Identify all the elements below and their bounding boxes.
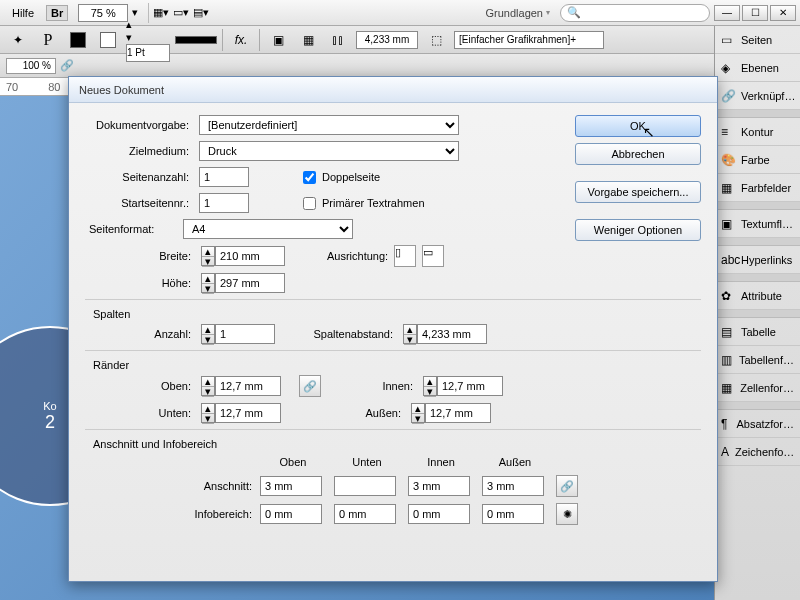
panel-icon: A [721, 445, 729, 459]
bleed-top-input[interactable] [260, 476, 322, 496]
link-icon[interactable]: 🔗 [60, 59, 74, 72]
slug-outside-input[interactable] [482, 504, 544, 524]
arrange-icon[interactable]: ▤▾ [193, 6, 209, 19]
panel-ebenen[interactable]: ◈Ebenen [715, 54, 800, 82]
measure-input[interactable] [356, 31, 418, 49]
start-page-input[interactable] [199, 193, 249, 213]
label-bleed: Anschnitt: [183, 473, 255, 499]
margin-inside-input[interactable] [437, 376, 503, 396]
dialog-titlebar[interactable]: Neues Dokument [69, 77, 717, 103]
preset-dropdown[interactable]: [Benutzerdefiniert] [199, 115, 459, 135]
panel-farbe[interactable]: 🎨Farbe [715, 146, 800, 174]
primary-frame-checkbox[interactable] [303, 197, 316, 210]
search-input[interactable]: 🔍 [560, 4, 710, 22]
slug-inside-input[interactable] [408, 504, 470, 524]
slug-bottom-input[interactable] [334, 504, 396, 524]
panel-zeichenfo[interactable]: AZeichenfo… [715, 438, 800, 466]
panel-icon: abc [721, 253, 735, 267]
section-columns: Spalten [93, 308, 701, 320]
fewer-options-button[interactable]: Weniger Optionen [575, 219, 701, 241]
tool-text-icon[interactable]: P [36, 29, 60, 51]
frame-style-dropdown[interactable] [454, 31, 604, 49]
bleed-outside-input[interactable] [482, 476, 544, 496]
close-button[interactable]: ✕ [770, 5, 796, 21]
label-outside: Außen: [345, 407, 405, 419]
maximize-button[interactable]: ☐ [742, 5, 768, 21]
margin-bottom-input[interactable] [215, 403, 281, 423]
intent-dropdown[interactable]: Druck [199, 141, 459, 161]
fx-icon[interactable]: fx. [229, 29, 253, 51]
link-slug-button[interactable]: ✺ [556, 503, 578, 525]
cols-icon[interactable]: ⫿⫿ [326, 29, 350, 51]
workspace-dropdown[interactable]: Grundlagen▾ [480, 7, 557, 19]
bridge-button[interactable]: Br [46, 5, 68, 21]
menu-help[interactable]: Hilfe [4, 4, 42, 22]
cancel-button[interactable]: Abbrechen [575, 143, 701, 165]
panel-hyperlinks[interactable]: abcHyperlinks [715, 246, 800, 274]
wrap-icon[interactable]: ▣ [266, 29, 290, 51]
label-primary: Primärer Textrahmen [322, 197, 425, 209]
panel-textumfl[interactable]: ▣Textumfl… [715, 210, 800, 238]
panel-tabelle[interactable]: ▤Tabelle [715, 318, 800, 346]
minimize-button[interactable]: — [714, 5, 740, 21]
section-margins: Ränder [93, 359, 701, 371]
panel-seiten[interactable]: ▭Seiten [715, 26, 800, 54]
panel-icon: ▦ [721, 181, 735, 195]
landscape-button[interactable]: ▭ [422, 245, 444, 267]
panel-icon: ▥ [721, 353, 733, 367]
slug-top-input[interactable] [260, 504, 322, 524]
wrap2-icon[interactable]: ▦ [296, 29, 320, 51]
new-document-dialog: Neues Dokument OK↖ Abbrechen Vorgabe spe… [68, 76, 718, 582]
panel-dock: ▭Seiten◈Ebenen🔗Verknüpf…≡Kontur🎨Farbe▦Fa… [714, 26, 800, 600]
label-facing: Doppelseite [322, 171, 380, 183]
label-slug: Infobereich: [183, 501, 255, 527]
tool-icon[interactable]: ✦ [6, 29, 30, 51]
gutter-input[interactable] [417, 324, 487, 344]
margin-outside-input[interactable] [425, 403, 491, 423]
panel-absatzfor[interactable]: ¶Absatzfor… [715, 410, 800, 438]
portrait-button[interactable]: ▯ [394, 245, 416, 267]
panel-attribute[interactable]: ✿Attribute [715, 282, 800, 310]
stroke-weight-input[interactable] [126, 44, 170, 62]
stroke-swatch[interactable] [100, 32, 116, 48]
section-bleed: Anschnitt und Infobereich [93, 438, 701, 450]
panel-icon: ▭ [721, 33, 735, 47]
label-format: Seitenformat: [85, 223, 177, 235]
percent-input[interactable]: 100 % [6, 58, 56, 74]
panel-icon: ✿ [721, 289, 735, 303]
bleed-bottom-input[interactable] [334, 476, 396, 496]
secondary-toolbar: 100 % 🔗 ⚠ [0, 54, 800, 78]
link-bleed-button[interactable]: 🔗 [556, 475, 578, 497]
panel-icon: ▣ [721, 217, 735, 231]
panel-zellenfor[interactable]: ▦Zellenfor… [715, 374, 800, 402]
label-height: Höhe: [135, 277, 195, 289]
screen-mode-icon[interactable]: ▭▾ [173, 6, 189, 19]
label-inside: Innen: [357, 380, 417, 392]
label-orientation: Ausrichtung: [327, 250, 388, 262]
pages-input[interactable] [199, 167, 249, 187]
panel-tabellenf[interactable]: ▥Tabellenf… [715, 346, 800, 374]
label-start: Startseitennr.: [85, 197, 193, 209]
link-margins-button[interactable]: 🔗 [299, 375, 321, 397]
frame-icon[interactable]: ⬚ [424, 29, 448, 51]
bleed-inside-input[interactable] [408, 476, 470, 496]
height-input[interactable] [215, 273, 285, 293]
panel-kontur[interactable]: ≡Kontur [715, 118, 800, 146]
save-preset-button[interactable]: Vorgabe speichern... [575, 181, 701, 203]
page-size-dropdown[interactable]: A4 [183, 219, 353, 239]
column-count-input[interactable] [215, 324, 275, 344]
margin-top-input[interactable] [215, 376, 281, 396]
zoom-input[interactable] [78, 4, 128, 22]
fill-swatch[interactable] [70, 32, 86, 48]
panel-icon: 🎨 [721, 153, 735, 167]
label-width: Breite: [135, 250, 195, 262]
width-input[interactable] [215, 246, 285, 266]
ok-button[interactable]: OK↖ [575, 115, 701, 137]
panel-farbfelder[interactable]: ▦Farbfelder [715, 174, 800, 202]
panel-verknpf[interactable]: 🔗Verknüpf… [715, 82, 800, 110]
menubar: Hilfe Br ▾ ▦▾ ▭▾ ▤▾ Grundlagen▾ 🔍 — ☐ ✕ [0, 0, 800, 26]
stroke-style[interactable] [176, 37, 216, 43]
label-count: Anzahl: [135, 328, 195, 340]
facing-pages-checkbox[interactable] [303, 171, 316, 184]
label-preset: Dokumentvorgabe: [85, 119, 193, 131]
